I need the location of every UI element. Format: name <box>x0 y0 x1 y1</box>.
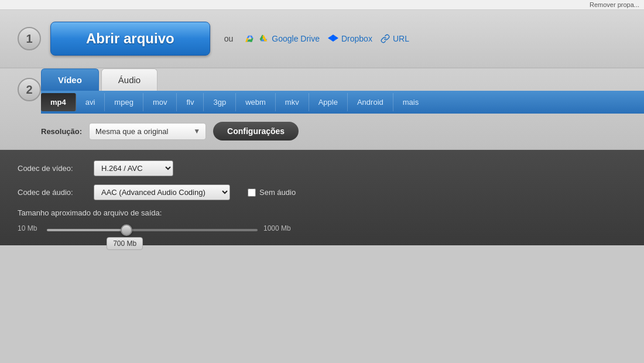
slider-container: 700 Mb <box>47 223 258 234</box>
audio-codec-label: Codec de áudio: <box>18 188 88 197</box>
slider-max-label: 1000 Mb <box>263 224 299 232</box>
video-codec-select[interactable]: H.264 / AVC H.265 / HEVC MPEG-4 VP8 VP9 <box>94 160 173 176</box>
remove-label: Remover propa... <box>590 1 639 8</box>
resolution-label: Resolução: <box>41 127 82 136</box>
format-apple[interactable]: Apple <box>309 93 348 111</box>
top-bar: Remover propa... <box>0 0 644 10</box>
audio-codec-row: Codec de áudio: AAC (Advanced Audio Codi… <box>18 184 626 200</box>
url-icon <box>381 34 390 43</box>
format-mpeg[interactable]: mpeg <box>105 93 143 111</box>
format-mov[interactable]: mov <box>143 93 177 111</box>
step-2-circle: 2 <box>18 78 41 101</box>
step-1-circle: 1 <box>18 27 41 50</box>
gdrive-svg <box>258 33 269 44</box>
dark-section: Codec de vídeo: H.264 / AVC H.265 / HEVC… <box>0 150 644 245</box>
slider-tooltip: 700 Mb <box>107 237 143 250</box>
google-drive-icon <box>245 33 255 44</box>
no-audio-group: Sem áudio <box>248 188 296 197</box>
section-2-content: Vídeo Áudio mp4 avi mpeg mov flv 3gp web… <box>41 69 644 149</box>
file-size-slider[interactable] <box>47 229 258 231</box>
source-links: Google Drive Dropbox URL <box>245 33 409 44</box>
google-drive-label: Google Drive <box>272 34 320 43</box>
format-avi[interactable]: avi <box>76 93 105 111</box>
ou-text: ou <box>224 34 234 43</box>
format-3gp[interactable]: 3gp <box>204 93 236 111</box>
format-mkv[interactable]: mkv <box>276 93 309 111</box>
slider-min-label: 10 Mb <box>18 224 41 232</box>
format-bar: mp4 avi mpeg mov flv 3gp webm mkv Apple … <box>41 91 644 114</box>
config-button[interactable]: Configurações <box>213 122 299 141</box>
step-2-area: 2 <box>18 69 41 101</box>
section-2-wrapper: 2 Vídeo Áudio mp4 avi mpeg mov flv 3gp w… <box>0 69 644 150</box>
tab-audio[interactable]: Áudio <box>101 69 157 91</box>
url-link[interactable]: URL <box>381 34 409 43</box>
format-mp4[interactable]: mp4 <box>41 93 76 111</box>
dropbox-link[interactable]: Dropbox <box>328 33 372 44</box>
file-size-label: Tamanho aproximado do arquivo de saída: <box>18 208 626 217</box>
file-size-section: Tamanho aproximado do arquivo de saída: … <box>18 208 626 234</box>
format-android[interactable]: Android <box>348 93 393 111</box>
format-flv[interactable]: flv <box>177 93 204 111</box>
dropbox-icon <box>328 33 338 44</box>
resolution-row: Resolução: Mesma que a original 1920x108… <box>41 114 644 149</box>
video-codec-row: Codec de vídeo: H.264 / AVC H.265 / HEVC… <box>18 160 626 176</box>
no-audio-label: Sem áudio <box>259 188 296 197</box>
google-drive-link[interactable]: Google Drive <box>245 33 320 44</box>
resolution-select-wrapper: Mesma que a original 1920x1080 (Full HD)… <box>89 123 206 140</box>
tab-video[interactable]: Vídeo <box>41 69 99 91</box>
audio-codec-select[interactable]: AAC (Advanced Audio Coding) MP3 OGG OPUS <box>94 184 230 200</box>
slider-row: 10 Mb 700 Mb 1000 Mb <box>18 223 626 234</box>
section-1: 1 Abrir arquivo ou Google Drive <box>0 10 644 69</box>
video-codec-label: Codec de vídeo: <box>18 164 88 173</box>
resolution-select[interactable]: Mesma que a original 1920x1080 (Full HD)… <box>89 123 206 140</box>
format-mais[interactable]: mais <box>393 93 428 111</box>
format-webm[interactable]: webm <box>236 93 276 111</box>
dropbox-label: Dropbox <box>341 34 372 43</box>
main-tabs: Vídeo Áudio <box>41 69 644 91</box>
svg-marker-0 <box>247 36 254 39</box>
open-file-button[interactable]: Abrir arquivo <box>50 22 210 56</box>
no-audio-checkbox[interactable] <box>248 189 256 197</box>
url-label: URL <box>393 34 409 43</box>
